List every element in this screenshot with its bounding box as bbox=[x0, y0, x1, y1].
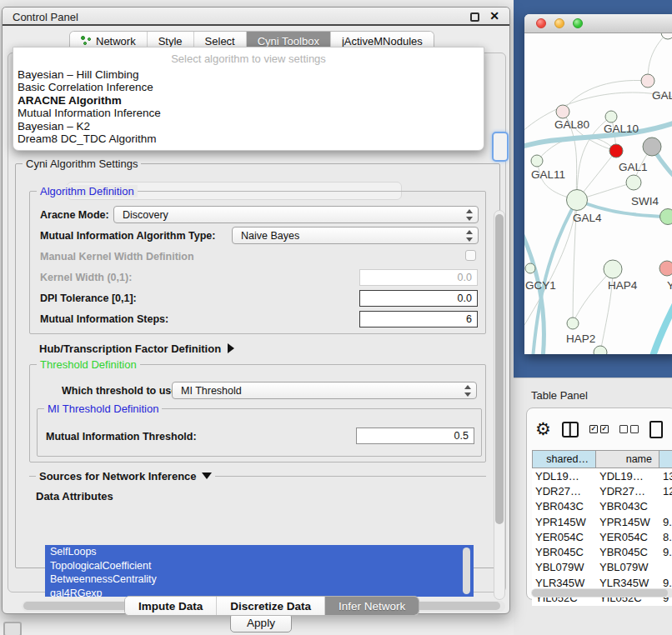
mi-algorithm-type-value: Naive Bayes bbox=[241, 230, 299, 242]
aracne-mode-value: Discovery bbox=[123, 209, 168, 221]
node-label-gcy1: GCY1 bbox=[525, 279, 556, 292]
close-window-button[interactable]: ✕ bbox=[489, 9, 499, 22]
table-horizontal-scrollbar-thumb[interactable] bbox=[532, 589, 668, 597]
kernel-width-input[interactable]: 0.0 bbox=[359, 269, 478, 286]
network-node-gcy1[interactable] bbox=[525, 263, 535, 273]
table-cell: 9. bbox=[659, 516, 672, 528]
network-node-y[interactable] bbox=[659, 261, 672, 276]
algorithm-option-mutual-information-inference[interactable]: Mutual Information Inference bbox=[13, 107, 484, 119]
manual-kernel-width-checkbox[interactable] bbox=[465, 250, 476, 261]
algorithm-dropdown-placeholder: Select algorithm to view settings bbox=[13, 48, 484, 68]
network-node-gal80[interactable] bbox=[556, 105, 569, 118]
attribute-item-selfloops[interactable]: SelfLoops bbox=[45, 545, 474, 559]
close-traffic-light[interactable] bbox=[536, 18, 546, 28]
algorithm-option-basic-correlation-inference[interactable]: Basic Correlation Inference bbox=[13, 81, 484, 93]
network-node-gal10[interactable] bbox=[605, 111, 617, 122]
table-cell: YPR145W bbox=[596, 516, 659, 528]
inference-algorithm-combo-fragment[interactable] bbox=[492, 132, 509, 162]
table-cell: YBR043C bbox=[596, 500, 659, 512]
table-cell: 12 bbox=[659, 485, 672, 498]
table-panel: Table Panel ⚙✓✓ shared…name YDL19…YDL19…… bbox=[514, 378, 672, 635]
which-threshold-select[interactable]: MI Threshold bbox=[172, 382, 477, 399]
file-icon[interactable] bbox=[649, 421, 663, 438]
minimize-traffic-light[interactable] bbox=[554, 18, 564, 28]
attribute-item-betweennesscentrality[interactable]: BetweennessCentrality bbox=[45, 572, 474, 587]
algorithm-option-bayesian-hill-climbing[interactable]: Bayesian – Hill Climbing bbox=[13, 68, 484, 81]
attribute-list-scrollbar-thumb[interactable] bbox=[463, 548, 470, 594]
expand-right-icon bbox=[228, 343, 234, 353]
screenshot-root: GALGAL80GAL10GAL1GAL11GAL4SWI4GCY1HAP4YH… bbox=[0, 0, 672, 635]
network-node-gal[interactable] bbox=[641, 74, 654, 88]
network-node-gal4[interactable] bbox=[567, 190, 588, 211]
float-window-button[interactable] bbox=[470, 12, 479, 22]
aracne-mode-select[interactable]: Discovery bbox=[113, 206, 479, 223]
network-node-gal11[interactable] bbox=[531, 155, 543, 167]
bottom-tab-discretize-data[interactable]: Discretize Data bbox=[217, 597, 325, 615]
table-cell: YBL079W bbox=[532, 561, 596, 573]
table-row[interactable]: YPR145WYPR145W9. bbox=[532, 514, 672, 529]
checked-pair-icon[interactable]: ✓✓ bbox=[589, 425, 609, 433]
stepper-arrows-icon bbox=[464, 385, 472, 397]
node-label-gal1: GAL1 bbox=[619, 161, 648, 173]
hub-tf-definition-label: Hub/Transcription Factor Definition bbox=[39, 342, 221, 355]
table-cell: YBR043C bbox=[532, 500, 596, 512]
column-header-name[interactable]: name bbox=[596, 450, 659, 468]
mi-steps-input[interactable]: 6 bbox=[359, 311, 478, 328]
node-label-y: Y bbox=[667, 279, 672, 292]
mi-threshold-definition-group: MI Threshold Definition Mutual Informati… bbox=[37, 408, 482, 457]
algorithm-option-dream8-dc-tdc-algorithm[interactable]: Dream8 DC_TDC Algorithm bbox=[13, 132, 484, 145]
algorithm-option-aracne-algorithm[interactable]: ARACNE Algorithm bbox=[13, 94, 484, 107]
mi-threshold-input[interactable]: 0.5 bbox=[356, 428, 474, 444]
mi-algorithm-type-select[interactable]: Naive Bayes bbox=[232, 227, 479, 244]
network-node-hap2[interactable] bbox=[567, 318, 579, 329]
table-row[interactable]: YDR27…YDR27…12 bbox=[532, 483, 672, 498]
algorithm-option-bayesian-k2[interactable]: Bayesian – K2 bbox=[13, 120, 484, 132]
network-node[interactable] bbox=[609, 144, 623, 158]
control-panel-window: Control Panel ✕ NetworkStyleSelectCyni T… bbox=[2, 7, 510, 614]
network-window-titlebar[interactable] bbox=[524, 14, 672, 33]
network-node-swi4[interactable] bbox=[660, 209, 672, 225]
mi-steps-label: Mutual Information Steps: bbox=[40, 313, 168, 325]
network-node-hap4[interactable] bbox=[604, 260, 622, 278]
table-container: ⚙✓✓ shared…name YDL19…YDL19…13YDR27…YDR2… bbox=[526, 408, 672, 600]
dpi-tolerance-label: DPI Tolerance [0,1]: bbox=[40, 292, 137, 304]
zoom-traffic-light[interactable] bbox=[573, 18, 583, 28]
table-row[interactable]: YER054CYER054C8. bbox=[532, 529, 672, 544]
table-row[interactable]: YDL19…YDL19…13 bbox=[532, 468, 672, 483]
apply-button[interactable]: Apply bbox=[230, 613, 292, 632]
table-cell: YBL079W bbox=[596, 561, 659, 573]
unchecked-pair-icon[interactable] bbox=[619, 425, 639, 433]
column-header-shared[interactable]: shared… bbox=[532, 450, 596, 468]
bottom-tab-impute-data[interactable]: Impute Data bbox=[125, 597, 217, 615]
control-panel-titlebar[interactable]: Control Panel ✕ bbox=[3, 8, 509, 26]
hub-tf-definition-toggle[interactable]: Hub/Transcription Factor Definition bbox=[39, 342, 234, 355]
settings-vertical-scrollbar-thumb[interactable] bbox=[495, 214, 504, 524]
network-graph: GALGAL80GAL10GAL1GAL11GAL4SWI4GCY1HAP4YH… bbox=[524, 33, 672, 354]
table-cell: YBR045C bbox=[532, 546, 596, 558]
network-node[interactable] bbox=[594, 346, 607, 354]
algorithm-dropdown-popup: Select algorithm to view settings Bayesi… bbox=[13, 47, 484, 151]
gear-icon[interactable]: ⚙ bbox=[535, 421, 551, 438]
sources-toggle[interactable]: Sources for Network Inference bbox=[36, 470, 215, 482]
node-label-gal11: GAL11 bbox=[531, 168, 565, 181]
network-node[interactable] bbox=[643, 138, 661, 156]
attribute-item-topologicalcoefficient[interactable]: TopologicalCoefficient bbox=[45, 559, 474, 573]
table-row[interactable]: YBR043CYBR043C bbox=[532, 499, 672, 514]
table-row[interactable]: YBL079WYBL079W bbox=[532, 560, 672, 575]
settings-vertical-scrollbar[interactable] bbox=[494, 210, 505, 600]
dpi-tolerance-input[interactable]: 0.0 bbox=[359, 290, 478, 307]
tab-label: Select bbox=[205, 35, 235, 48]
network-edge bbox=[648, 33, 668, 81]
bottom-tab-infer-network[interactable]: Infer Network bbox=[325, 597, 419, 615]
column-header-extra[interactable] bbox=[659, 450, 672, 468]
network-canvas[interactable]: GALGAL80GAL10GAL1GAL11GAL4SWI4GCY1HAP4YH… bbox=[524, 33, 672, 354]
table-cell: YBR045C bbox=[596, 546, 659, 558]
network-node-gal1[interactable] bbox=[626, 175, 641, 190]
cyni-algorithm-settings-group: Cyni Algorithm Settings Algorithm Defini… bbox=[15, 163, 500, 568]
table-row[interactable]: YBR045CYBR045C9. bbox=[532, 544, 672, 559]
table-cell: YLR345W bbox=[596, 577, 659, 589]
table-horizontal-scrollbar[interactable] bbox=[531, 588, 672, 598]
columns-icon[interactable] bbox=[562, 422, 579, 438]
taskbar-stub-icon[interactable] bbox=[3, 622, 22, 635]
sources-title: Sources for Network Inference bbox=[39, 470, 197, 482]
